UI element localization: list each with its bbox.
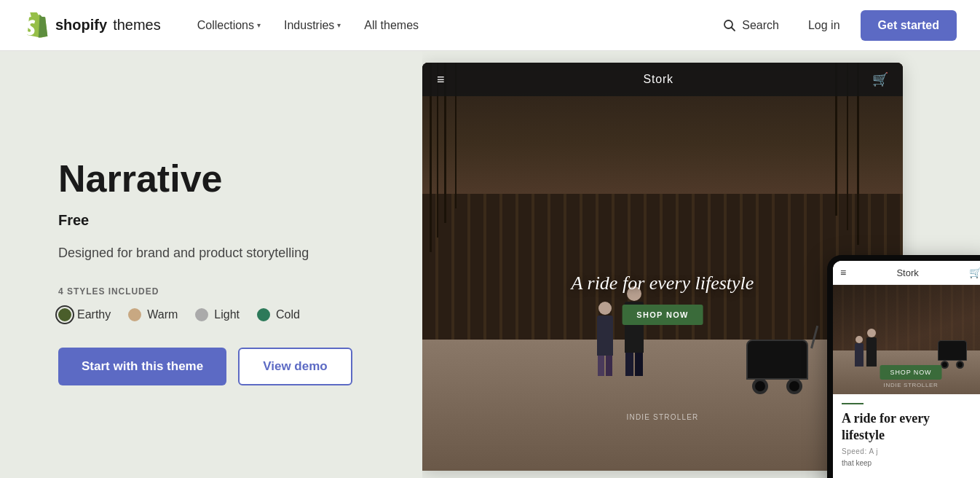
styles-heading: 4 STYLES INCLUDED <box>58 286 379 297</box>
theme-description: Designed for brand and product storytell… <box>58 243 379 263</box>
style-light-label: Light <box>214 308 240 321</box>
store-cart-icon: 🛒 <box>872 71 888 87</box>
hero-shop-button: SHOP NOW <box>622 305 703 325</box>
logo-themes-text: themes <box>113 17 161 34</box>
mobile-store: ≡ Stork 🛒 <box>833 261 980 478</box>
style-warm-label: Warm <box>147 308 178 321</box>
search-button[interactable]: Search <box>714 13 788 38</box>
store-header: ≡ Stork 🛒 <box>422 63 903 96</box>
mobile-hero: SHOP NOW INDIE STROLLER <box>833 285 980 394</box>
nav-collections-label: Collections <box>197 19 254 32</box>
style-warm-dot <box>128 308 141 321</box>
style-earthy-label: Earthy <box>77 308 111 321</box>
theme-preview-panel: ≡ Stork 🛒 <box>422 51 980 478</box>
svg-line-1 <box>732 27 735 31</box>
chevron-down-icon: ▾ <box>257 21 261 29</box>
theme-price: Free <box>58 212 379 229</box>
hero-tagline: A ride for every lifestyle <box>572 273 754 294</box>
nav-collections[interactable]: Collections ▾ <box>187 13 271 38</box>
mobile-headline: A ride for every lifestyle <box>842 410 980 444</box>
view-demo-button[interactable]: View demo <box>238 348 352 385</box>
mobile-preview: ≡ Stork 🛒 <box>827 255 980 478</box>
mobile-green-accent <box>842 403 864 404</box>
main-content: Narrative Free Designed for brand and pr… <box>0 51 980 478</box>
theme-name: Narrative <box>58 158 379 200</box>
hero-overlay-text: A ride for every lifestyle SHOP NOW <box>572 273 754 325</box>
main-nav: Collections ▾ Industries ▾ All themes <box>187 13 715 38</box>
style-light-dot <box>195 308 208 321</box>
logo-link[interactable]: shopify themes <box>23 12 161 39</box>
site-header: shopify themes Collections ▾ Industries … <box>0 0 980 51</box>
cta-buttons: Start with this theme View demo <box>58 348 379 385</box>
style-earthy-dot <box>58 308 71 321</box>
theme-info-panel: Narrative Free Designed for brand and pr… <box>0 51 422 478</box>
chevron-down-icon: ▾ <box>337 21 341 29</box>
mobile-speed-text: Speed: A j <box>842 447 980 455</box>
mobile-store-header: ≡ Stork 🛒 <box>833 261 980 285</box>
style-light[interactable]: Light <box>195 308 240 321</box>
login-button[interactable]: Log in <box>799 13 849 38</box>
mobile-menu-icon: ≡ <box>840 267 846 278</box>
nav-all-themes-label: All themes <box>364 19 419 32</box>
style-cold-label: Cold <box>276 308 300 321</box>
nav-all-themes[interactable]: All themes <box>354 13 429 38</box>
product-name: INDIE STROLLER <box>626 413 698 421</box>
nav-industries[interactable]: Industries ▾ <box>274 13 351 38</box>
shopify-logo-icon <box>23 12 50 39</box>
nav-industries-label: Industries <box>284 19 334 32</box>
mobile-shop-button: SHOP NOW <box>880 365 941 380</box>
start-theme-button[interactable]: Start with this theme <box>58 348 226 385</box>
header-actions: Search Log in Get started <box>714 10 957 41</box>
store-name: Stork <box>644 73 673 86</box>
style-warm[interactable]: Warm <box>128 308 178 321</box>
logo-shopify-text: shopify <box>55 17 107 34</box>
mobile-product-name: INDIE STROLLER <box>884 382 938 388</box>
style-options: Earthy Warm Light Cold <box>58 308 379 321</box>
style-earthy[interactable]: Earthy <box>58 308 111 321</box>
mobile-subtext: that keep <box>842 458 980 469</box>
style-cold[interactable]: Cold <box>257 308 300 321</box>
mobile-cart-icon: 🛒 <box>969 267 980 278</box>
style-cold-dot <box>257 308 270 321</box>
search-label: Search <box>742 19 779 32</box>
mobile-store-name: Stork <box>896 267 918 278</box>
search-icon <box>723 19 736 32</box>
store-menu-icon: ≡ <box>437 72 445 87</box>
mobile-content: A ride for every lifestyle Speed: A j th… <box>833 394 980 478</box>
get-started-button[interactable]: Get started <box>861 10 957 41</box>
